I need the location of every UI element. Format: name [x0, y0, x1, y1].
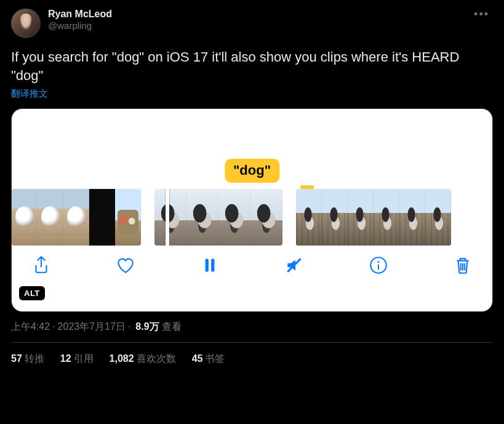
heart-icon[interactable]: [113, 253, 138, 278]
date: 2023年7月17日: [58, 321, 126, 334]
clip-thumbnail[interactable]: [12, 189, 141, 246]
media-card[interactable]: "dog": [11, 108, 493, 312]
likes[interactable]: 1,082喜欢次数: [110, 353, 176, 366]
time: 上午4:42: [11, 321, 50, 334]
retweets[interactable]: 57转推: [11, 353, 44, 366]
tweet-meta[interactable]: 上午4:42 · 2023年7月17日 · 8.9万 查看: [11, 321, 493, 334]
clip-thumbnail[interactable]: [154, 189, 282, 246]
display-name: Ryan McLeod: [48, 9, 470, 20]
playhead[interactable]: [166, 189, 169, 246]
handle: @warpling: [48, 20, 470, 31]
tweet-stats: 57转推 12引用 1,082喜欢次数 45书签: [11, 343, 493, 366]
media-top: "dog": [12, 109, 492, 189]
info-icon[interactable]: [366, 253, 391, 278]
bookmarks[interactable]: 45书签: [192, 353, 225, 366]
media-toolbar: [12, 249, 492, 291]
mute-icon[interactable]: [282, 253, 306, 278]
quotes[interactable]: 12引用: [60, 353, 94, 366]
svg-rect-1: [211, 259, 214, 272]
translate-link[interactable]: 翻译推文: [11, 88, 493, 100]
avatar[interactable]: [11, 9, 41, 38]
author-names[interactable]: Ryan McLeod @warpling: [48, 9, 470, 31]
views-count: 8.9万: [135, 321, 159, 334]
clip-thumbnail[interactable]: [296, 189, 451, 246]
svg-point-3: [378, 262, 378, 263]
pause-icon[interactable]: [198, 253, 222, 278]
views-label: 查看: [162, 321, 182, 334]
filmstrip[interactable]: [12, 189, 492, 249]
tweet: Ryan McLeod @warpling ••• If you search …: [0, 0, 504, 366]
more-icon[interactable]: •••: [470, 9, 493, 20]
tweet-text: If you search for "dog" on iOS 17 it'll …: [11, 48, 493, 84]
share-icon[interactable]: [29, 253, 54, 278]
alt-badge[interactable]: ALT: [19, 286, 45, 300]
svg-rect-0: [206, 259, 209, 272]
tweet-header: Ryan McLeod @warpling •••: [11, 9, 493, 38]
trash-icon[interactable]: [450, 253, 475, 278]
caption-tag: "dog": [225, 159, 279, 183]
